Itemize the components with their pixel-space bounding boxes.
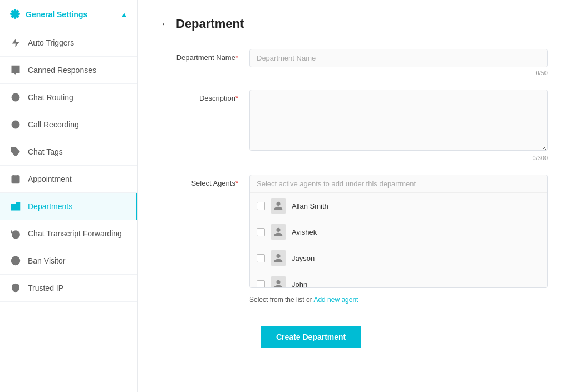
bolt-icon	[10, 37, 21, 48]
settings-icon	[10, 9, 21, 20]
department-form: Department Name* 0/50 Description* 0/300…	[160, 49, 548, 348]
description-row: Description* 0/300	[160, 90, 548, 161]
agent-checkbox-3[interactable]	[257, 280, 265, 288]
departments-label: Departments	[28, 202, 72, 211]
general-settings-label: General Settings	[26, 10, 87, 19]
agent-item-3[interactable]: John	[250, 271, 547, 287]
call-recording-label: Call Recording	[28, 120, 79, 129]
sidebar: General Settings ▲ Auto Triggers Canned …	[0, 0, 138, 392]
agent-name-1: Avishek	[292, 228, 317, 236]
back-button[interactable]: ←	[160, 18, 170, 30]
ban-icon	[10, 255, 21, 266]
agent-item-2[interactable]: Jayson	[250, 245, 547, 271]
svg-rect-14	[12, 204, 16, 210]
chat-routing-icon	[10, 92, 21, 103]
sidebar-item-chat-transcript[interactable]: Chat Transcript Forwarding	[0, 220, 137, 247]
trusted-ip-label: Trusted IP	[28, 284, 63, 292]
agent-checkbox-2[interactable]	[257, 254, 265, 262]
agent-name-2: Jayson	[292, 254, 315, 262]
agents-list: Allan Smith Avishek	[250, 193, 547, 287]
department-name-row: Department Name* 0/50	[160, 49, 548, 76]
sidebar-item-appointment[interactable]: Appointment	[0, 166, 137, 193]
chat-routing-label: Chat Routing	[28, 93, 73, 102]
agent-name-0: Allan Smith	[292, 202, 328, 210]
create-department-button[interactable]: Create Department	[261, 326, 361, 348]
select-agents-row: Select Agents* Select active agents to a…	[160, 175, 548, 308]
department-name-field: 0/50	[249, 49, 548, 76]
agents-search-placeholder: Select active agents to add under this d…	[250, 175, 547, 193]
svg-point-8	[14, 123, 17, 126]
department-name-char-count: 0/50	[249, 70, 548, 76]
agent-avatar-2	[271, 250, 286, 266]
add-new-agent-link[interactable]: Add new agent	[313, 296, 358, 304]
agent-avatar-1	[271, 224, 286, 240]
sidebar-item-call-recording[interactable]: Call Recording	[0, 111, 137, 138]
canned-responses-label: Canned Responses	[28, 66, 96, 75]
agent-checkbox-0[interactable]	[257, 202, 265, 210]
general-settings-header[interactable]: General Settings ▲	[0, 0, 137, 29]
call-recording-icon	[10, 119, 21, 130]
description-input[interactable]	[249, 90, 548, 151]
chat-transcript-label: Chat Transcript Forwarding	[28, 229, 122, 238]
sidebar-item-auto-triggers[interactable]: Auto Triggers	[0, 29, 137, 57]
select-agents-label: Select Agents*	[160, 175, 249, 187]
sidebar-item-ban-visitor[interactable]: Ban Visitor	[0, 247, 137, 275]
main-content: ← Department Department Name* 0/50 Descr…	[138, 0, 570, 392]
agents-footer: Select from the list or Add new agent	[249, 291, 548, 308]
svg-rect-10	[12, 176, 19, 183]
departments-icon	[10, 201, 21, 212]
page-title: Department	[176, 17, 244, 31]
shield-icon	[10, 282, 21, 294]
chat-tags-label: Chat Tags	[28, 147, 63, 156]
description-field: 0/300	[249, 90, 548, 161]
sidebar-item-chat-routing[interactable]: Chat Routing	[0, 84, 137, 111]
canned-responses-icon	[10, 64, 21, 76]
sidebar-item-departments[interactable]: Departments	[0, 193, 137, 220]
sidebar-item-canned-responses[interactable]: Canned Responses	[0, 57, 137, 84]
calendar-icon	[10, 173, 21, 185]
chevron-up-icon: ▲	[121, 11, 127, 18]
auto-triggers-label: Auto Triggers	[28, 38, 74, 47]
select-agents-field: Select active agents to add under this d…	[249, 175, 548, 308]
page-header: ← Department	[160, 17, 548, 31]
agent-item-0[interactable]: Allan Smith	[250, 193, 547, 219]
svg-rect-15	[16, 202, 20, 210]
agents-container: Select active agents to add under this d…	[249, 175, 548, 288]
sidebar-item-trusted-ip[interactable]: Trusted IP	[0, 275, 137, 302]
forward-icon	[10, 228, 21, 239]
agent-item-1[interactable]: Avishek	[250, 219, 547, 245]
tag-icon	[10, 146, 21, 157]
ban-visitor-label: Ban Visitor	[28, 256, 65, 265]
description-label: Description*	[160, 90, 249, 102]
agent-avatar-3	[271, 276, 286, 287]
appointment-label: Appointment	[28, 175, 72, 183]
department-name-label: Department Name*	[160, 49, 249, 62]
agent-name-3: John	[292, 280, 307, 288]
department-name-input[interactable]	[249, 49, 548, 67]
agent-checkbox-1[interactable]	[257, 228, 265, 236]
agent-avatar-0	[271, 198, 286, 214]
sidebar-item-chat-tags[interactable]: Chat Tags	[0, 138, 137, 166]
description-char-count: 0/300	[249, 155, 548, 161]
